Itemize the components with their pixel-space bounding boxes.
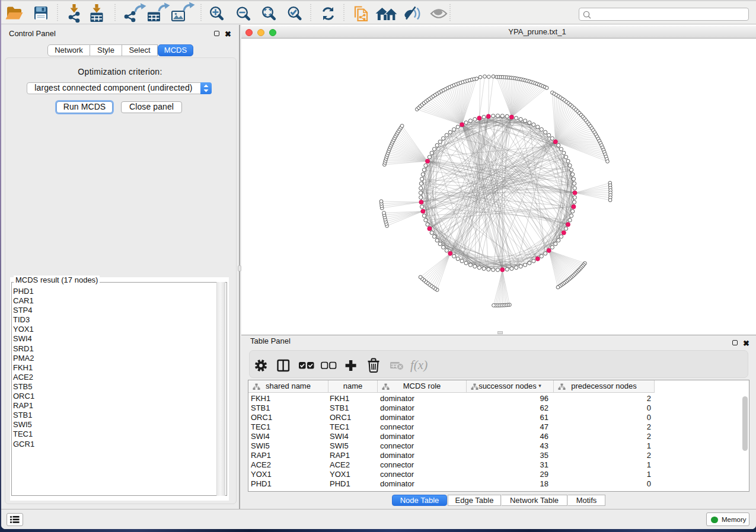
svg-text:f(x): f(x) bbox=[410, 358, 428, 372]
